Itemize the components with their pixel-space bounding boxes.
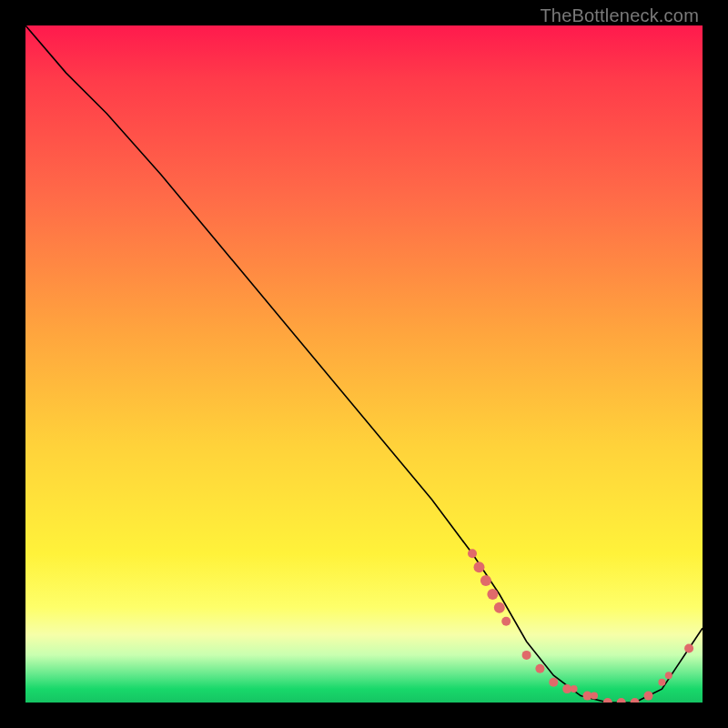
data-marker — [644, 692, 653, 701]
data-marker — [549, 678, 558, 687]
data-marker — [522, 651, 531, 660]
data-marker — [684, 644, 693, 653]
data-marker — [474, 561, 485, 572]
curve-svg — [25, 25, 703, 703]
data-marker — [631, 698, 640, 703]
data-marker — [591, 693, 598, 700]
attribution-text: TheBottleneck.com — [540, 5, 699, 26]
data-marker — [658, 679, 665, 686]
data-marker — [468, 549, 477, 558]
data-marker — [535, 664, 544, 673]
data-marker — [501, 617, 511, 626]
data-marker — [603, 698, 612, 703]
data-marker — [617, 698, 626, 703]
data-marker — [665, 672, 672, 679]
plot-area — [25, 25, 703, 703]
marker-group — [468, 549, 693, 703]
chart-container: TheBottleneck.com — [0, 0, 728, 728]
data-marker — [494, 602, 505, 613]
data-marker — [480, 575, 491, 586]
data-marker — [571, 685, 578, 693]
curve-path — [25, 25, 703, 703]
data-marker — [487, 589, 498, 600]
